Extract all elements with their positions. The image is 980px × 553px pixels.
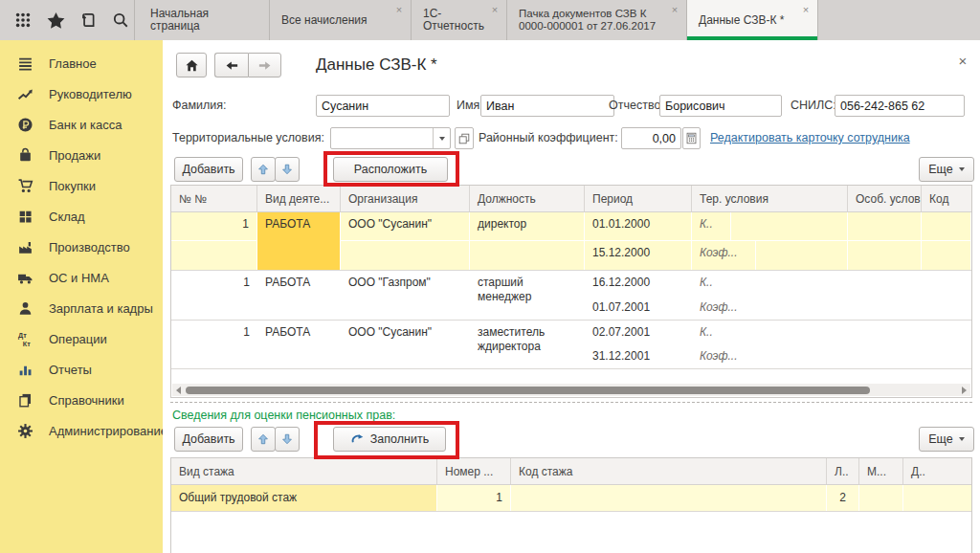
purchases-cart-icon bbox=[17, 178, 33, 194]
tab-all-accruals[interactable]: Все начисления bbox=[270, 0, 412, 40]
sidebar-item-purchases[interactable]: Покупки bbox=[0, 170, 163, 201]
sidebar-item-operations[interactable]: ДтКт Операции bbox=[0, 323, 163, 354]
coefficient-field[interactable] bbox=[621, 127, 681, 149]
sidebar-item-warehouse[interactable]: Склад bbox=[0, 201, 163, 232]
territorial-label: Территориальные условия: bbox=[172, 131, 324, 144]
open-picker-icon bbox=[457, 132, 471, 145]
tab-strip: Начальная страница Все начисления 1С-Отч… bbox=[134, 0, 818, 40]
column-header[interactable]: Номер ... bbox=[437, 458, 511, 484]
dropdown-arrow-icon[interactable] bbox=[433, 128, 450, 148]
coefficient-label: Районный коэффициент: bbox=[479, 131, 618, 144]
close-icon[interactable] bbox=[955, 54, 970, 69]
move-up-button-pension[interactable] bbox=[251, 427, 276, 452]
column-header[interactable]: Особ. условия bbox=[848, 186, 922, 211]
tab-close-icon[interactable] bbox=[800, 4, 812, 15]
history-nav-group bbox=[214, 53, 281, 77]
sidebar-item-main[interactable]: Главное bbox=[0, 48, 163, 78]
column-header[interactable]: Д.. bbox=[903, 458, 971, 484]
catalogs-books-icon bbox=[17, 392, 33, 409]
menu-grid-icon[interactable] bbox=[13, 11, 33, 30]
quick-toolbar bbox=[0, 0, 134, 40]
pension-table-header: Вид стажа Номер ... Код стажа Л.. М... Д… bbox=[171, 458, 971, 485]
more-button-activity[interactable]: Еще bbox=[919, 157, 974, 182]
activity-table: № № Вид деяте... Организация Должность П… bbox=[170, 185, 972, 398]
table-row[interactable]: 1 РАБОТА ООО "Сусанин" директор 01.01.20… bbox=[171, 212, 971, 270]
sidebar-item-manager[interactable]: Руководителю bbox=[0, 78, 163, 109]
move-down-button[interactable] bbox=[275, 157, 300, 182]
tab-close-icon[interactable] bbox=[669, 4, 680, 15]
territorial-combo[interactable] bbox=[330, 127, 451, 149]
fixed-assets-truck-icon bbox=[17, 270, 33, 286]
main-menu-icon bbox=[17, 55, 33, 72]
home-icon bbox=[185, 58, 199, 73]
move-up-button[interactable] bbox=[251, 157, 276, 182]
sidebar-item-reports[interactable]: Отчеты bbox=[0, 354, 163, 385]
sales-bag-icon bbox=[17, 147, 33, 164]
open-picker-button[interactable] bbox=[455, 127, 474, 149]
add-button-pension[interactable]: Добавить bbox=[174, 427, 243, 452]
column-header[interactable]: Вид стажа bbox=[171, 458, 437, 484]
horizontal-scrollbar[interactable] bbox=[172, 384, 970, 396]
firstname-field[interactable] bbox=[480, 95, 614, 117]
production-factory-icon bbox=[17, 239, 33, 255]
column-header[interactable]: № № bbox=[171, 186, 257, 211]
operations-dtkt-icon: ДтКт bbox=[17, 331, 33, 347]
snils-label: СНИЛС: bbox=[791, 99, 836, 112]
tab-document-pack[interactable]: Пачка документов СЗВ К 0000-000001 от 27… bbox=[507, 0, 687, 40]
tab-home-page[interactable]: Начальная страница bbox=[134, 0, 270, 40]
add-button[interactable]: Добавить bbox=[174, 157, 243, 182]
tab-szvk-data[interactable]: Данные СЗВ-К * bbox=[687, 0, 818, 40]
column-header[interactable]: Л.. bbox=[827, 458, 859, 484]
column-header[interactable]: Организация bbox=[341, 186, 470, 211]
tab-1c-reporting[interactable]: 1С-Отчетность bbox=[412, 0, 507, 40]
back-button[interactable] bbox=[214, 53, 248, 77]
column-header[interactable]: М... bbox=[859, 458, 903, 484]
tab-close-icon[interactable] bbox=[489, 4, 501, 15]
tab-close-icon[interactable] bbox=[393, 4, 405, 15]
table-row[interactable]: 1 РАБОТА ООО "Газпром" старший менеджер … bbox=[171, 270, 971, 320]
firstname-label: Имя: bbox=[457, 99, 483, 112]
sidebar-item-bank[interactable]: Банк и касса bbox=[0, 109, 163, 140]
chevron-down-icon bbox=[959, 167, 965, 171]
arrange-button[interactable]: Расположить bbox=[333, 157, 448, 182]
sidebar-item-sales[interactable]: Продажи bbox=[0, 140, 163, 170]
home-button[interactable] bbox=[176, 53, 207, 77]
sidebar-item-catalogs[interactable]: Справочники bbox=[0, 385, 163, 415]
territorial-value bbox=[331, 128, 433, 148]
column-header[interactable]: Должность bbox=[470, 186, 585, 211]
scrollbar-thumb[interactable] bbox=[186, 387, 870, 394]
move-down-icon bbox=[280, 432, 294, 446]
move-down-button-pension[interactable] bbox=[275, 427, 300, 452]
history-icon[interactable] bbox=[78, 11, 98, 30]
column-header[interactable]: Период bbox=[585, 186, 692, 211]
edit-employee-card-link[interactable]: Редактировать карточку сотрудника bbox=[710, 131, 910, 144]
page-title: Данные СЗВ-К * bbox=[316, 55, 437, 75]
fill-button[interactable]: Заполнить bbox=[333, 427, 446, 452]
sidebar-item-administration[interactable]: Администрирование bbox=[0, 415, 163, 446]
scroll-right-icon[interactable] bbox=[962, 387, 967, 394]
calculator-button[interactable] bbox=[682, 127, 701, 149]
favorites-star-icon[interactable] bbox=[46, 11, 65, 30]
bank-ruble-icon bbox=[17, 117, 33, 133]
section-divider bbox=[170, 402, 972, 403]
search-icon[interactable] bbox=[111, 11, 130, 30]
table-row[interactable]: 1 РАБОТА ООО "Сусанин" заместитель ждире… bbox=[171, 320, 971, 369]
middlename-field[interactable] bbox=[659, 95, 782, 117]
scroll-left-icon[interactable] bbox=[176, 387, 181, 394]
manager-trend-icon bbox=[17, 86, 33, 102]
column-header[interactable]: Код стажа bbox=[511, 458, 827, 484]
column-header[interactable]: Вид деяте... bbox=[257, 186, 341, 211]
more-button-pension[interactable]: Еще bbox=[919, 427, 974, 452]
column-header[interactable]: Тер. условия bbox=[692, 186, 848, 211]
sidebar-item-production[interactable]: Производство bbox=[0, 232, 163, 262]
move-down-icon bbox=[280, 163, 294, 176]
forward-button[interactable] bbox=[248, 53, 281, 77]
table-row[interactable]: Общий трудовой стаж 1 2 bbox=[171, 485, 971, 511]
sidebar-item-fixed-assets[interactable]: ОС и НМА bbox=[0, 262, 163, 293]
snils-field[interactable] bbox=[835, 95, 965, 117]
selected-cell: РАБОТА bbox=[257, 212, 341, 270]
lastname-field[interactable] bbox=[316, 95, 450, 117]
move-up-icon bbox=[256, 163, 270, 176]
sidebar-item-salary-hr[interactable]: Зарплата и кадры bbox=[0, 293, 163, 323]
column-header[interactable]: Код bbox=[922, 186, 971, 211]
